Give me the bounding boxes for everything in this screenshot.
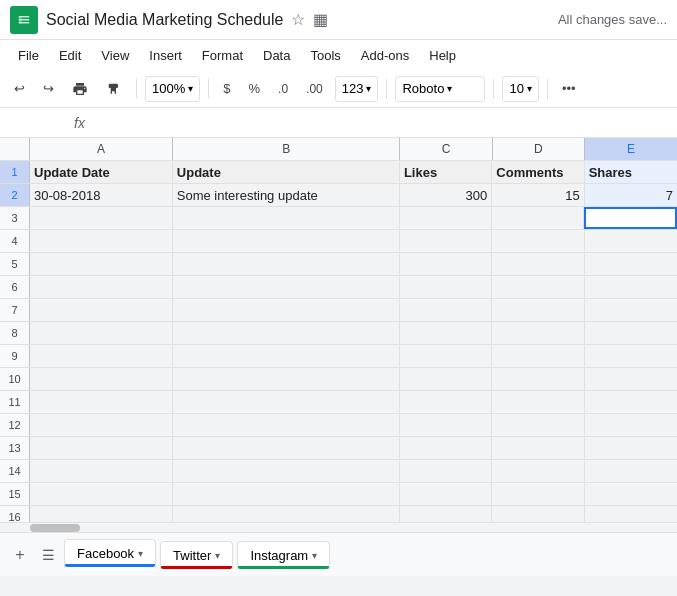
cell-b5[interactable] <box>173 253 400 275</box>
cell-d15[interactable] <box>492 483 584 505</box>
menu-file[interactable]: File <box>10 45 47 66</box>
header-shares[interactable]: Shares <box>585 161 677 183</box>
header-comments[interactable]: Comments <box>492 161 584 183</box>
cell-a4[interactable] <box>30 230 173 252</box>
cell-c13[interactable] <box>400 437 492 459</box>
menu-edit[interactable]: Edit <box>51 45 89 66</box>
redo-button[interactable]: ↪ <box>37 78 60 99</box>
cell-d7[interactable] <box>492 299 584 321</box>
cell-c5[interactable] <box>400 253 492 275</box>
cell-a14[interactable] <box>30 460 173 482</box>
cell-a11[interactable] <box>30 391 173 413</box>
cell-a10[interactable] <box>30 368 173 390</box>
cell-d6[interactable] <box>492 276 584 298</box>
cell-c4[interactable] <box>400 230 492 252</box>
cell-b15[interactable] <box>173 483 400 505</box>
cell-d4[interactable] <box>492 230 584 252</box>
cell-d12[interactable] <box>492 414 584 436</box>
cell-c9[interactable] <box>400 345 492 367</box>
cell-a6[interactable] <box>30 276 173 298</box>
menu-view[interactable]: View <box>93 45 137 66</box>
cell-d14[interactable] <box>492 460 584 482</box>
cell-d11[interactable] <box>492 391 584 413</box>
cell-e14[interactable] <box>585 460 677 482</box>
menu-help[interactable]: Help <box>421 45 464 66</box>
cell-b7[interactable] <box>173 299 400 321</box>
cell-e2[interactable]: 7 <box>585 184 677 206</box>
col-header-e[interactable]: E <box>585 138 677 160</box>
col-header-b[interactable]: B <box>173 138 401 160</box>
star-icon[interactable]: ☆ <box>291 10 305 29</box>
cell-c2[interactable]: 300 <box>400 184 492 206</box>
cell-b11[interactable] <box>173 391 400 413</box>
cell-d8[interactable] <box>492 322 584 344</box>
print-button[interactable] <box>66 78 94 100</box>
cell-b4[interactable] <box>173 230 400 252</box>
cell-d2[interactable]: 15 <box>492 184 584 206</box>
cell-e13[interactable] <box>585 437 677 459</box>
twitter-tab-dropdown[interactable]: ▾ <box>215 550 220 561</box>
cell-a9[interactable] <box>30 345 173 367</box>
header-update-date[interactable]: Update Date <box>30 161 173 183</box>
cell-b13[interactable] <box>173 437 400 459</box>
add-sheet-button[interactable]: + <box>8 543 32 567</box>
cell-c6[interactable] <box>400 276 492 298</box>
folder-icon[interactable]: ▦ <box>313 10 328 29</box>
cell-e6[interactable] <box>585 276 677 298</box>
menu-addons[interactable]: Add-ons <box>353 45 417 66</box>
cell-b9[interactable] <box>173 345 400 367</box>
cell-a8[interactable] <box>30 322 173 344</box>
font-select[interactable]: Roboto ▾ <box>395 76 485 102</box>
cell-c14[interactable] <box>400 460 492 482</box>
cell-e12[interactable] <box>585 414 677 436</box>
sheet-tab-instagram[interactable]: Instagram ▾ <box>237 541 330 569</box>
menu-format[interactable]: Format <box>194 45 251 66</box>
cell-e10[interactable] <box>585 368 677 390</box>
cell-a15[interactable] <box>30 483 173 505</box>
sheet-tab-facebook[interactable]: Facebook ▾ <box>64 539 156 570</box>
cell-a3[interactable] <box>30 207 173 229</box>
facebook-tab-dropdown[interactable]: ▾ <box>138 548 143 559</box>
cell-b12[interactable] <box>173 414 400 436</box>
cell-d5[interactable] <box>492 253 584 275</box>
cell-c11[interactable] <box>400 391 492 413</box>
cell-c15[interactable] <box>400 483 492 505</box>
zoom-select[interactable]: 100% ▾ <box>145 76 200 102</box>
cell-c3[interactable] <box>400 207 492 229</box>
cell-b6[interactable] <box>173 276 400 298</box>
cell-e15[interactable] <box>585 483 677 505</box>
cell-d13[interactable] <box>492 437 584 459</box>
col-header-d[interactable]: D <box>493 138 585 160</box>
cell-a7[interactable] <box>30 299 173 321</box>
decimal0-button[interactable]: .0 <box>272 79 294 99</box>
menu-insert[interactable]: Insert <box>141 45 190 66</box>
col-header-a[interactable]: A <box>30 138 173 160</box>
cell-d10[interactable] <box>492 368 584 390</box>
format-select[interactable]: 123 ▾ <box>335 76 379 102</box>
cell-e7[interactable] <box>585 299 677 321</box>
cell-b8[interactable] <box>173 322 400 344</box>
undo-button[interactable]: ↩ <box>8 78 31 99</box>
cell-b14[interactable] <box>173 460 400 482</box>
cell-e3[interactable] <box>584 207 677 229</box>
cell-c10[interactable] <box>400 368 492 390</box>
menu-tools[interactable]: Tools <box>302 45 348 66</box>
horizontal-scrollbar[interactable] <box>0 522 677 532</box>
cell-c7[interactable] <box>400 299 492 321</box>
header-likes[interactable]: Likes <box>400 161 492 183</box>
scrollbar-thumb[interactable] <box>30 524 80 532</box>
menu-data[interactable]: Data <box>255 45 298 66</box>
more-options-button[interactable]: ••• <box>556 78 582 99</box>
cell-b3[interactable] <box>173 207 400 229</box>
cell-e11[interactable] <box>585 391 677 413</box>
sheet-list-button[interactable]: ☰ <box>36 543 60 567</box>
cell-c12[interactable] <box>400 414 492 436</box>
cell-b10[interactable] <box>173 368 400 390</box>
cell-e5[interactable] <box>585 253 677 275</box>
sheet-tab-twitter[interactable]: Twitter ▾ <box>160 541 233 569</box>
cell-a13[interactable] <box>30 437 173 459</box>
cell-a5[interactable] <box>30 253 173 275</box>
instagram-tab-dropdown[interactable]: ▾ <box>312 550 317 561</box>
cell-c8[interactable] <box>400 322 492 344</box>
paint-format-button[interactable] <box>100 78 128 100</box>
